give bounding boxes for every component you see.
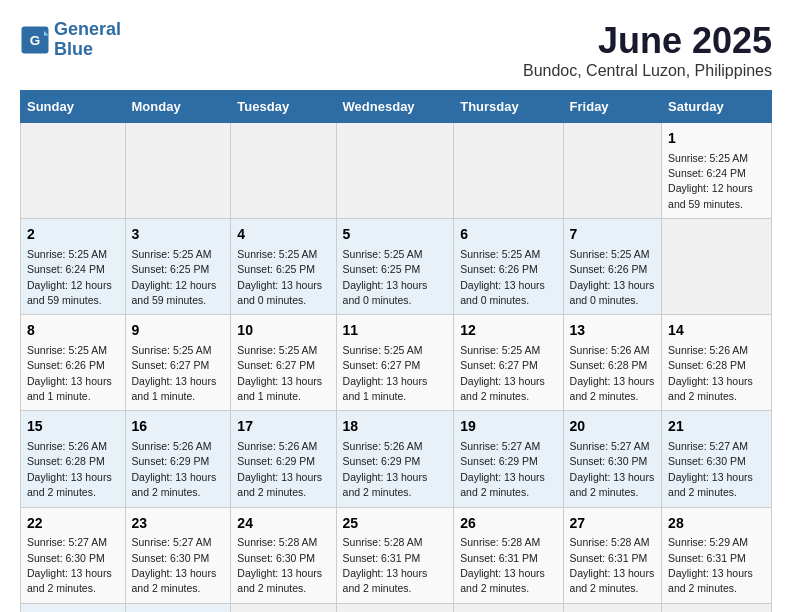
calendar-cell: 9Sunrise: 5:25 AMSunset: 6:27 PMDaylight… bbox=[125, 315, 231, 411]
calendar-cell: 27Sunrise: 5:28 AMSunset: 6:31 PMDayligh… bbox=[563, 507, 662, 603]
calendar-cell: 22Sunrise: 5:27 AMSunset: 6:30 PMDayligh… bbox=[21, 507, 126, 603]
calendar-cell: 20Sunrise: 5:27 AMSunset: 6:30 PMDayligh… bbox=[563, 411, 662, 507]
calendar-row: 29Sunrise: 5:29 AMSunset: 6:31 PMDayligh… bbox=[21, 603, 772, 612]
calendar-cell: 7Sunrise: 5:25 AMSunset: 6:26 PMDaylight… bbox=[563, 219, 662, 315]
header-cell-friday: Friday bbox=[563, 91, 662, 123]
calendar-row: 8Sunrise: 5:25 AMSunset: 6:26 PMDaylight… bbox=[21, 315, 772, 411]
calendar-cell: 26Sunrise: 5:28 AMSunset: 6:31 PMDayligh… bbox=[454, 507, 563, 603]
calendar-cell: 30Sunrise: 5:29 AMSunset: 6:31 PMDayligh… bbox=[125, 603, 231, 612]
header-cell-saturday: Saturday bbox=[662, 91, 772, 123]
calendar-cell: 3Sunrise: 5:25 AMSunset: 6:25 PMDaylight… bbox=[125, 219, 231, 315]
calendar-cell: 29Sunrise: 5:29 AMSunset: 6:31 PMDayligh… bbox=[21, 603, 126, 612]
header-row: SundayMondayTuesdayWednesdayThursdayFrid… bbox=[21, 91, 772, 123]
calendar-cell: 23Sunrise: 5:27 AMSunset: 6:30 PMDayligh… bbox=[125, 507, 231, 603]
calendar-cell: 24Sunrise: 5:28 AMSunset: 6:30 PMDayligh… bbox=[231, 507, 336, 603]
svg-text:G: G bbox=[30, 32, 41, 47]
calendar-cell: 6Sunrise: 5:25 AMSunset: 6:26 PMDaylight… bbox=[454, 219, 563, 315]
calendar-cell: 16Sunrise: 5:26 AMSunset: 6:29 PMDayligh… bbox=[125, 411, 231, 507]
header-cell-sunday: Sunday bbox=[21, 91, 126, 123]
calendar-cell: 4Sunrise: 5:25 AMSunset: 6:25 PMDaylight… bbox=[231, 219, 336, 315]
header-cell-monday: Monday bbox=[125, 91, 231, 123]
calendar-cell bbox=[662, 219, 772, 315]
calendar-cell: 1Sunrise: 5:25 AMSunset: 6:24 PMDaylight… bbox=[662, 123, 772, 219]
empty-cell bbox=[21, 123, 126, 219]
calendar-body: 1Sunrise: 5:25 AMSunset: 6:24 PMDaylight… bbox=[21, 123, 772, 613]
calendar-row: 2Sunrise: 5:25 AMSunset: 6:24 PMDaylight… bbox=[21, 219, 772, 315]
calendar-cell bbox=[454, 603, 563, 612]
calendar-cell bbox=[563, 603, 662, 612]
main-title: June 2025 bbox=[523, 20, 772, 62]
calendar-cell: 18Sunrise: 5:26 AMSunset: 6:29 PMDayligh… bbox=[336, 411, 454, 507]
calendar-cell: 10Sunrise: 5:25 AMSunset: 6:27 PMDayligh… bbox=[231, 315, 336, 411]
empty-cell bbox=[454, 123, 563, 219]
empty-cell bbox=[231, 123, 336, 219]
calendar-cell: 15Sunrise: 5:26 AMSunset: 6:28 PMDayligh… bbox=[21, 411, 126, 507]
calendar-cell: 12Sunrise: 5:25 AMSunset: 6:27 PMDayligh… bbox=[454, 315, 563, 411]
calendar-header: SundayMondayTuesdayWednesdayThursdayFrid… bbox=[21, 91, 772, 123]
logo-text: General Blue bbox=[54, 20, 121, 60]
calendar-cell: 11Sunrise: 5:25 AMSunset: 6:27 PMDayligh… bbox=[336, 315, 454, 411]
calendar-cell bbox=[662, 603, 772, 612]
calendar-cell: 13Sunrise: 5:26 AMSunset: 6:28 PMDayligh… bbox=[563, 315, 662, 411]
logo-line2: Blue bbox=[54, 39, 93, 59]
empty-cell bbox=[125, 123, 231, 219]
calendar-table: SundayMondayTuesdayWednesdayThursdayFrid… bbox=[20, 90, 772, 612]
header-cell-tuesday: Tuesday bbox=[231, 91, 336, 123]
calendar-cell: 2Sunrise: 5:25 AMSunset: 6:24 PMDaylight… bbox=[21, 219, 126, 315]
calendar-cell: 8Sunrise: 5:25 AMSunset: 6:26 PMDaylight… bbox=[21, 315, 126, 411]
calendar-cell: 28Sunrise: 5:29 AMSunset: 6:31 PMDayligh… bbox=[662, 507, 772, 603]
calendar-cell: 5Sunrise: 5:25 AMSunset: 6:25 PMDaylight… bbox=[336, 219, 454, 315]
calendar-cell: 25Sunrise: 5:28 AMSunset: 6:31 PMDayligh… bbox=[336, 507, 454, 603]
empty-cell bbox=[563, 123, 662, 219]
logo-line1: General bbox=[54, 19, 121, 39]
title-area: June 2025 Bundoc, Central Luzon, Philipp… bbox=[523, 20, 772, 80]
calendar-cell bbox=[231, 603, 336, 612]
calendar-row: 1Sunrise: 5:25 AMSunset: 6:24 PMDaylight… bbox=[21, 123, 772, 219]
calendar-cell: 19Sunrise: 5:27 AMSunset: 6:29 PMDayligh… bbox=[454, 411, 563, 507]
calendar-cell: 21Sunrise: 5:27 AMSunset: 6:30 PMDayligh… bbox=[662, 411, 772, 507]
calendar-row: 22Sunrise: 5:27 AMSunset: 6:30 PMDayligh… bbox=[21, 507, 772, 603]
logo-icon: G bbox=[20, 25, 50, 55]
header-cell-wednesday: Wednesday bbox=[336, 91, 454, 123]
empty-cell bbox=[336, 123, 454, 219]
page-header: G General Blue June 2025 Bundoc, Central… bbox=[20, 20, 772, 80]
calendar-row: 15Sunrise: 5:26 AMSunset: 6:28 PMDayligh… bbox=[21, 411, 772, 507]
subtitle: Bundoc, Central Luzon, Philippines bbox=[523, 62, 772, 80]
calendar-cell: 14Sunrise: 5:26 AMSunset: 6:28 PMDayligh… bbox=[662, 315, 772, 411]
header-cell-thursday: Thursday bbox=[454, 91, 563, 123]
calendar-cell: 17Sunrise: 5:26 AMSunset: 6:29 PMDayligh… bbox=[231, 411, 336, 507]
calendar-cell bbox=[336, 603, 454, 612]
logo: G General Blue bbox=[20, 20, 121, 60]
